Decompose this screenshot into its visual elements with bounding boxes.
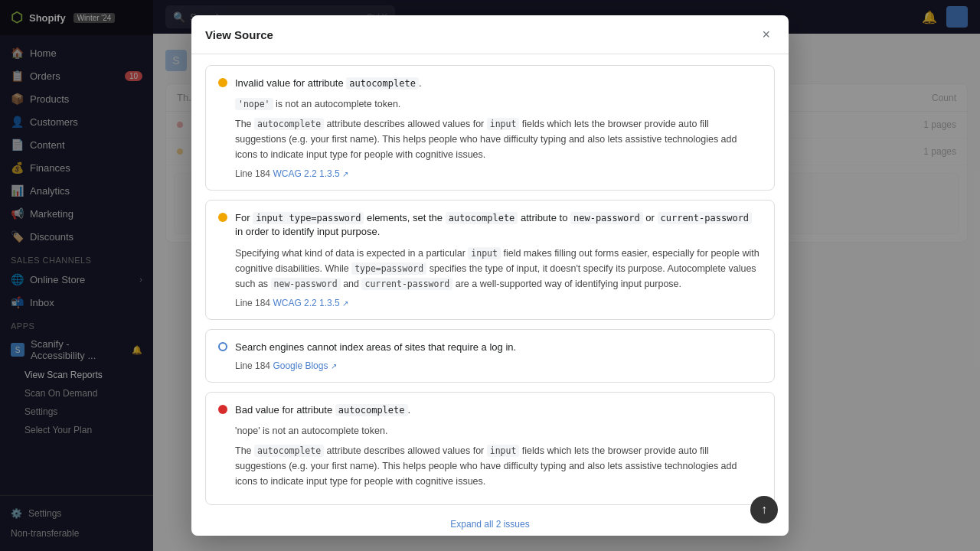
issue-2-body-p1: Specifying what kind of data is expected…	[235, 246, 762, 292]
issue-3-header: Search engines cannot index areas of sit…	[218, 341, 762, 354]
issue-1-body-p1: 'nope' is not an autocomplete token.	[235, 96, 762, 112]
issue-1-dot	[218, 78, 227, 87]
issue-4-body: 'nope' is not an autocomplete token. The…	[235, 423, 762, 489]
modal-overlay: View Source × Invalid value for attribut…	[153, 0, 980, 551]
issue-1-header: Invalid value for attribute autocomplete…	[218, 77, 762, 90]
modal-body[interactable]: Invalid value for attribute autocomplete…	[191, 54, 789, 536]
issue-3-link[interactable]: Google Blogs ↗	[273, 360, 336, 371]
issue-2-header: For input type=password elements, set th…	[218, 211, 762, 239]
issue-4-dot	[218, 405, 227, 414]
modal-header: View Source ×	[191, 15, 789, 54]
view-source-modal: View Source × Invalid value for attribut…	[191, 15, 789, 536]
issue-3-line: Line 184 Google Blogs ↗	[235, 360, 762, 371]
issue-2-dot	[218, 213, 227, 222]
issue-2-body: Specifying what kind of data is expected…	[235, 246, 762, 292]
issue-4-body-p1: 'nope' is not an autocomplete token.	[235, 423, 762, 439]
scroll-to-top-button[interactable]: ↑	[750, 496, 778, 523]
main-content: 🔍 Search Ctrl K 🔔 S Reports Web sta... T…	[153, 0, 980, 551]
issue-1-line: Line 184 WCAG 2.2 1.3.5 ↗	[235, 168, 762, 179]
issue-1-code: autocomplete	[346, 77, 419, 90]
expand-all-link[interactable]: Expand all 2 issues	[205, 514, 775, 534]
issue-4-title: Bad value for attribute autocomplete.	[235, 403, 410, 417]
issue-1-title: Invalid value for attribute autocomplete…	[235, 77, 422, 90]
modal-title: View Source	[205, 28, 273, 41]
modal-close-button[interactable]: ×	[757, 26, 775, 43]
external-link-icon-3: ↗	[331, 362, 337, 370]
issue-1-body: 'nope' is not an autocomplete token. The…	[235, 96, 762, 162]
issue-4-body-p2: The autocomplete attribute describes all…	[235, 443, 762, 489]
issue-2-line: Line 184 WCAG 2.2 1.3.5 ↗	[235, 298, 762, 308]
issue-card-2: For input type=password elements, set th…	[205, 200, 775, 319]
issue-3-dot	[218, 342, 227, 351]
issue-2-title: For input type=password elements, set th…	[235, 211, 762, 239]
issue-card-4: Bad value for attribute autocomplete. 'n…	[205, 392, 775, 505]
issue-4-header: Bad value for attribute autocomplete.	[218, 403, 762, 417]
issue-1-body-p2: The autocomplete attribute describes all…	[235, 116, 762, 162]
issue-card-1: Invalid value for attribute autocomplete…	[205, 65, 775, 191]
issue-2-link[interactable]: WCAG 2.2 1.3.5 ↗	[273, 298, 348, 308]
issue-card-3: Search engines cannot index areas of sit…	[205, 329, 775, 383]
issue-1-link[interactable]: WCAG 2.2 1.3.5 ↗	[273, 168, 348, 179]
external-link-icon-1: ↗	[342, 170, 348, 178]
issue-3-title: Search engines cannot index areas of sit…	[235, 341, 516, 354]
external-link-icon-2: ↗	[342, 299, 348, 308]
